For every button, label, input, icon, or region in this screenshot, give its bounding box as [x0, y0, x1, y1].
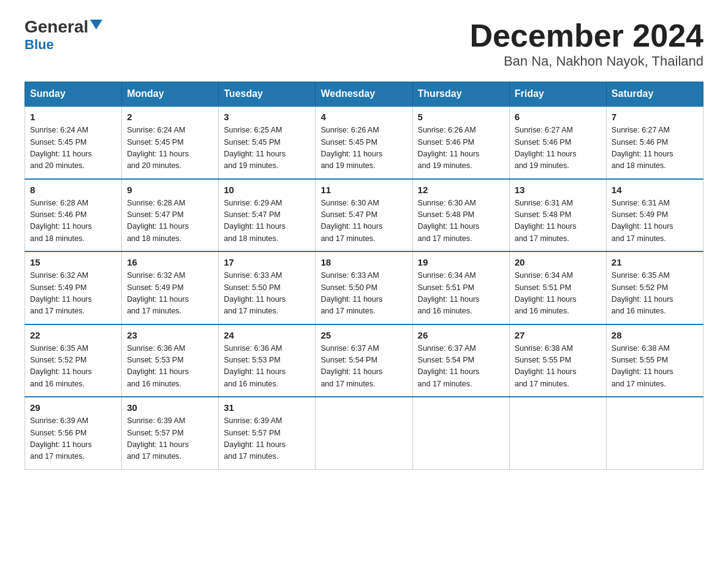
day-number: 7: [612, 112, 698, 122]
day-info: Sunrise: 6:33 AMSunset: 5:50 PMDaylight:…: [224, 270, 310, 318]
day-info: Sunrise: 6:26 AMSunset: 5:45 PMDaylight:…: [320, 124, 407, 172]
day-info: Sunrise: 6:33 AMSunset: 5:50 PMDaylight:…: [320, 270, 407, 318]
calendar-cell: 17Sunrise: 6:33 AMSunset: 5:50 PMDayligh…: [219, 251, 316, 324]
day-number: 21: [612, 257, 698, 267]
week-row-1: 1Sunrise: 6:24 AMSunset: 5:45 PMDaylight…: [25, 106, 703, 179]
day-number: 27: [515, 330, 601, 340]
calendar-cell: 15Sunrise: 6:32 AMSunset: 5:49 PMDayligh…: [25, 251, 122, 324]
calendar-cell: [412, 397, 509, 469]
day-number: 29: [30, 402, 116, 413]
day-info: Sunrise: 6:28 AMSunset: 5:47 PMDaylight:…: [127, 197, 213, 245]
day-number: 11: [320, 185, 407, 195]
calendar-cell: 26Sunrise: 6:37 AMSunset: 5:54 PMDayligh…: [412, 324, 509, 397]
day-number: 24: [224, 330, 310, 340]
calendar-cell: 5Sunrise: 6:26 AMSunset: 5:46 PMDaylight…: [412, 106, 509, 179]
calendar-cell: 8Sunrise: 6:28 AMSunset: 5:46 PMDaylight…: [25, 179, 122, 252]
calendar-cell: 13Sunrise: 6:31 AMSunset: 5:48 PMDayligh…: [509, 179, 606, 252]
day-number: 18: [320, 257, 407, 267]
day-info: Sunrise: 6:37 AMSunset: 5:54 PMDaylight:…: [418, 343, 504, 391]
day-info: Sunrise: 6:39 AMSunset: 5:56 PMDaylight:…: [30, 415, 116, 463]
calendar-cell: [316, 397, 412, 469]
calendar-cell: 19Sunrise: 6:34 AMSunset: 5:51 PMDayligh…: [412, 251, 509, 324]
day-info: Sunrise: 6:39 AMSunset: 5:57 PMDaylight:…: [224, 415, 310, 463]
day-info: Sunrise: 6:26 AMSunset: 5:46 PMDaylight:…: [418, 124, 504, 172]
weekday-header-friday: Friday: [509, 82, 606, 107]
calendar-cell: 1Sunrise: 6:24 AMSunset: 5:45 PMDaylight…: [25, 106, 122, 179]
calendar-cell: 16Sunrise: 6:32 AMSunset: 5:49 PMDayligh…: [122, 251, 219, 324]
calendar-cell: 4Sunrise: 6:26 AMSunset: 5:45 PMDaylight…: [316, 106, 412, 179]
calendar-cell: 20Sunrise: 6:34 AMSunset: 5:51 PMDayligh…: [509, 251, 606, 324]
calendar-cell: [606, 397, 703, 469]
day-info: Sunrise: 6:30 AMSunset: 5:47 PMDaylight:…: [320, 197, 407, 245]
calendar-cell: 25Sunrise: 6:37 AMSunset: 5:54 PMDayligh…: [316, 324, 412, 397]
day-info: Sunrise: 6:34 AMSunset: 5:51 PMDaylight:…: [418, 270, 504, 318]
day-number: 9: [127, 185, 213, 195]
day-number: 5: [418, 112, 504, 122]
location-text: Ban Na, Nakhon Nayok, Thailand: [469, 53, 703, 69]
day-number: 14: [612, 185, 698, 195]
calendar-cell: 6Sunrise: 6:27 AMSunset: 5:46 PMDaylight…: [509, 106, 606, 179]
weekday-header-sunday: Sunday: [25, 82, 122, 107]
day-info: Sunrise: 6:27 AMSunset: 5:46 PMDaylight:…: [612, 124, 698, 172]
day-info: Sunrise: 6:32 AMSunset: 5:49 PMDaylight:…: [127, 270, 213, 318]
weekday-header-row: SundayMondayTuesdayWednesdayThursdayFrid…: [25, 82, 703, 107]
day-number: 13: [515, 185, 601, 195]
day-number: 8: [30, 185, 116, 195]
calendar-cell: 2Sunrise: 6:24 AMSunset: 5:45 PMDaylight…: [122, 106, 219, 179]
day-info: Sunrise: 6:35 AMSunset: 5:52 PMDaylight:…: [30, 343, 116, 391]
calendar-cell: 30Sunrise: 6:39 AMSunset: 5:57 PMDayligh…: [122, 397, 219, 469]
week-row-4: 22Sunrise: 6:35 AMSunset: 5:52 PMDayligh…: [25, 324, 703, 397]
calendar-cell: 7Sunrise: 6:27 AMSunset: 5:46 PMDaylight…: [606, 106, 703, 179]
day-info: Sunrise: 6:37 AMSunset: 5:54 PMDaylight:…: [320, 343, 407, 391]
calendar-table: SundayMondayTuesdayWednesdayThursdayFrid…: [25, 82, 703, 470]
calendar-cell: 22Sunrise: 6:35 AMSunset: 5:52 PMDayligh…: [25, 324, 122, 397]
title-section: December 2024 Ban Na, Nakhon Nayok, Thai…: [469, 18, 703, 69]
weekday-header-tuesday: Tuesday: [219, 82, 316, 107]
day-number: 20: [515, 257, 601, 267]
day-number: 30: [127, 402, 213, 413]
day-number: 28: [612, 330, 698, 340]
day-number: 25: [320, 330, 407, 340]
calendar-cell: 3Sunrise: 6:25 AMSunset: 5:45 PMDaylight…: [219, 106, 316, 179]
calendar-cell: [509, 397, 606, 469]
week-row-3: 15Sunrise: 6:32 AMSunset: 5:49 PMDayligh…: [25, 251, 703, 324]
day-info: Sunrise: 6:32 AMSunset: 5:49 PMDaylight:…: [30, 270, 116, 318]
day-number: 10: [224, 185, 310, 195]
day-info: Sunrise: 6:38 AMSunset: 5:55 PMDaylight:…: [515, 343, 601, 391]
day-info: Sunrise: 6:36 AMSunset: 5:53 PMDaylight:…: [224, 343, 310, 391]
day-info: Sunrise: 6:35 AMSunset: 5:52 PMDaylight:…: [612, 270, 698, 318]
month-title: December 2024: [469, 18, 703, 53]
day-number: 17: [224, 257, 310, 267]
weekday-header-wednesday: Wednesday: [316, 82, 412, 107]
day-info: Sunrise: 6:36 AMSunset: 5:53 PMDaylight:…: [127, 343, 213, 391]
day-number: 2: [127, 112, 213, 122]
day-info: Sunrise: 6:39 AMSunset: 5:57 PMDaylight:…: [127, 415, 213, 463]
day-number: 6: [515, 112, 601, 122]
day-number: 16: [127, 257, 213, 267]
day-info: Sunrise: 6:28 AMSunset: 5:46 PMDaylight:…: [30, 197, 116, 245]
logo-blue-text: Blue: [25, 37, 54, 53]
day-number: 22: [30, 330, 116, 340]
calendar-cell: 14Sunrise: 6:31 AMSunset: 5:49 PMDayligh…: [606, 179, 703, 252]
calendar-cell: 27Sunrise: 6:38 AMSunset: 5:55 PMDayligh…: [509, 324, 606, 397]
logo-general: General: [25, 18, 88, 36]
day-number: 12: [418, 185, 504, 195]
calendar-cell: 12Sunrise: 6:30 AMSunset: 5:48 PMDayligh…: [412, 179, 509, 252]
weekday-header-thursday: Thursday: [412, 82, 509, 107]
week-row-2: 8Sunrise: 6:28 AMSunset: 5:46 PMDaylight…: [25, 179, 703, 252]
calendar-cell: 24Sunrise: 6:36 AMSunset: 5:53 PMDayligh…: [219, 324, 316, 397]
week-row-5: 29Sunrise: 6:39 AMSunset: 5:56 PMDayligh…: [25, 397, 703, 469]
day-info: Sunrise: 6:24 AMSunset: 5:45 PMDaylight:…: [30, 124, 116, 172]
page-header: General Blue December 2024 Ban Na, Nakho…: [25, 18, 703, 69]
day-info: Sunrise: 6:29 AMSunset: 5:47 PMDaylight:…: [224, 197, 310, 245]
day-number: 19: [418, 257, 504, 267]
calendar-cell: 11Sunrise: 6:30 AMSunset: 5:47 PMDayligh…: [316, 179, 412, 252]
logo: General Blue: [25, 18, 102, 53]
day-number: 1: [30, 112, 116, 122]
day-number: 3: [224, 112, 310, 122]
calendar-cell: 28Sunrise: 6:38 AMSunset: 5:55 PMDayligh…: [606, 324, 703, 397]
day-info: Sunrise: 6:31 AMSunset: 5:49 PMDaylight:…: [612, 197, 698, 245]
calendar-cell: 21Sunrise: 6:35 AMSunset: 5:52 PMDayligh…: [606, 251, 703, 324]
calendar-cell: 9Sunrise: 6:28 AMSunset: 5:47 PMDaylight…: [122, 179, 219, 252]
day-number: 26: [418, 330, 504, 340]
